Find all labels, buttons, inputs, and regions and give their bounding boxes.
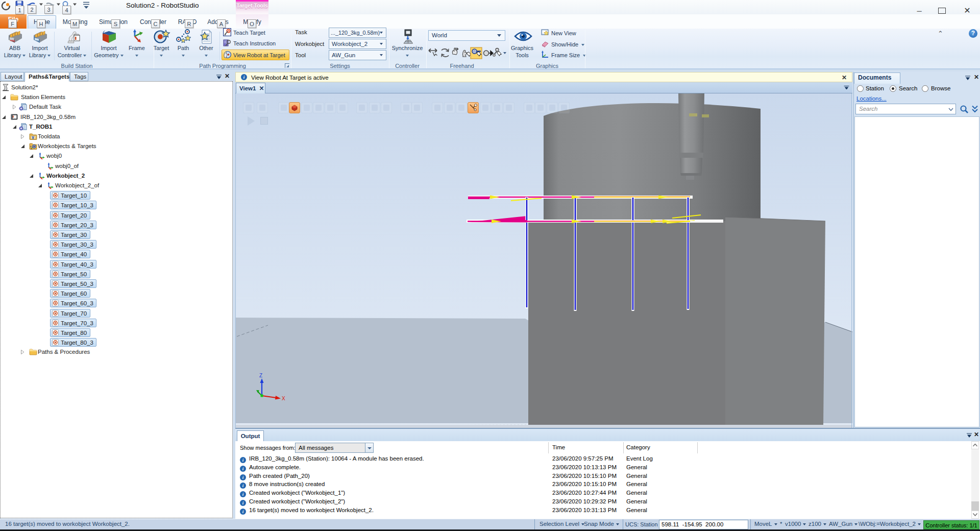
svg-text:t: t xyxy=(30,145,31,148)
svg-text:X: X xyxy=(282,396,285,401)
svg-text:Z: Z xyxy=(259,373,262,378)
